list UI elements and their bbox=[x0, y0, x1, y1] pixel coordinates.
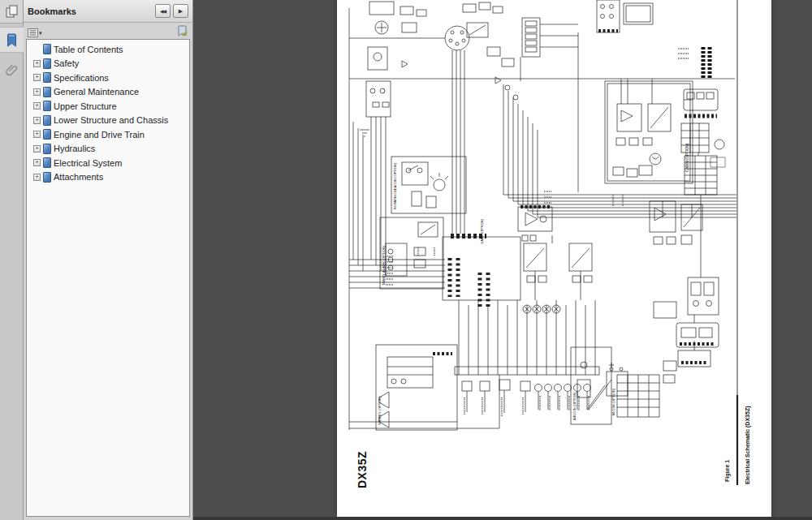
bookmark-item-electrical-system[interactable]: + Electrical System bbox=[27, 156, 189, 170]
bookmark-label: Table of Contents bbox=[54, 45, 123, 54]
expand-plus-icon[interactable]: + bbox=[33, 74, 41, 81]
figure-title: Electrical Schematic (DX35Z) bbox=[745, 406, 751, 485]
options-list-icon bbox=[28, 28, 38, 37]
bookmark-item-lower-structure[interactable]: + Lower Structure and Chassis bbox=[27, 114, 189, 128]
tab-bookmarks[interactable] bbox=[0, 27, 24, 53]
micom-pin-table bbox=[617, 361, 676, 417]
bookmark-label: Lower Structure and Chassis bbox=[54, 115, 168, 125]
bookmark-item-general-maintenance[interactable]: + General Maintenance bbox=[27, 85, 189, 100]
bookmark-label: Hydraulics bbox=[54, 144, 95, 153]
expand-plus-icon[interactable]: + bbox=[33, 117, 41, 124]
panel-forward-button[interactable]: ▶ bbox=[173, 4, 188, 18]
expand-plus-icon[interactable]: + bbox=[33, 131, 41, 138]
bookmark-item-safety[interactable]: + Safety bbox=[27, 57, 189, 71]
lamp-option-label: LAMP (OPTION) bbox=[480, 218, 484, 243]
bookmark-label: Specifications bbox=[54, 73, 109, 83]
paperclip-icon bbox=[6, 62, 19, 77]
tab-page-thumbnails[interactable] bbox=[0, 0, 23, 24]
bookmark-label: Electrical System bbox=[54, 158, 122, 168]
bookmark-page-icon bbox=[43, 115, 51, 126]
bookmark-icon bbox=[6, 33, 18, 47]
rotating-beacon-option-block bbox=[391, 157, 466, 213]
expand-plus-icon[interactable]: + bbox=[33, 102, 41, 110]
aircon-label: AIRCON (OPTION) bbox=[572, 392, 577, 420]
bookmark-item-engine-drive-train[interactable]: + Engine and Drive Train bbox=[27, 127, 189, 142]
bookmarks-list: Table of Contents + Safety + Specificati… bbox=[26, 39, 190, 517]
bookmarks-options-button[interactable]: ▾ bbox=[28, 28, 42, 37]
stereo-label: STEREO (OPTION) bbox=[378, 396, 382, 425]
bookmark-page-icon bbox=[43, 72, 51, 83]
bookmarks-panel: Bookmarks ◀◀ ▶ ▾ bbox=[24, 0, 193, 520]
micom-label: MICOM (OPTION) bbox=[611, 388, 615, 415]
right-bottom-relays bbox=[654, 277, 719, 367]
terminal-strip bbox=[455, 367, 599, 375]
bookmarks-toolbar: ▾ bbox=[24, 23, 192, 41]
navigation-pane-strip bbox=[0, 0, 24, 520]
bookmark-item-specifications[interactable]: + Specifications bbox=[27, 71, 189, 85]
pages-icon bbox=[5, 4, 19, 19]
pdf-page: DX35Z Figure 1 Electrical Schematic (DX3… bbox=[337, 0, 771, 517]
panel-title: Bookmarks bbox=[28, 6, 153, 16]
bookmark-item-attachments[interactable]: + Attachments bbox=[27, 170, 189, 185]
expand-plus-icon[interactable]: + bbox=[33, 145, 41, 153]
chevron-down-icon: ▾ bbox=[39, 30, 42, 36]
bookmark-label: Attachments bbox=[54, 172, 103, 182]
collapse-panel-button[interactable]: ◀◀ bbox=[155, 4, 171, 18]
arrow-right-icon: ▶ bbox=[179, 8, 183, 15]
sender-and-switch-row bbox=[462, 380, 591, 413]
collapse-left-icon: ◀◀ bbox=[160, 8, 166, 14]
bookmark-page-icon bbox=[43, 87, 51, 97]
bookmark-page-icon bbox=[43, 58, 51, 69]
cabin-option-block bbox=[605, 81, 693, 183]
bookmark-page-icon bbox=[43, 157, 51, 168]
expand-plus-icon[interactable]: + bbox=[33, 159, 41, 166]
expand-plus-icon[interactable]: + bbox=[33, 174, 41, 181]
bookmark-page-icon bbox=[43, 101, 51, 111]
cabin-label: CABIN (OPTION) bbox=[685, 143, 689, 172]
electrical-schematic: DX35Z Figure 1 Electrical Schematic (DX3… bbox=[337, 0, 771, 517]
canvas-bottom-edge bbox=[193, 517, 812, 520]
bookmark-label: Upper Structure bbox=[54, 101, 117, 111]
bookmark-item-hydraulics[interactable]: + Hydraulics bbox=[27, 142, 189, 157]
new-bookmark-button[interactable] bbox=[176, 25, 188, 41]
document-canvas[interactable]: DX35Z Figure 1 Electrical Schematic (DX3… bbox=[193, 0, 812, 520]
key-switch bbox=[445, 26, 469, 50]
main-harness-connectors bbox=[443, 236, 520, 308]
fuse-box bbox=[522, 18, 578, 57]
bookmark-page-icon bbox=[43, 172, 51, 183]
bookmark-page-icon bbox=[43, 44, 51, 54]
tab-attachments[interactable] bbox=[0, 58, 24, 82]
travel-alarm-label: TRAVEL ALARM (OPTION) bbox=[382, 245, 386, 286]
figure-caption: Figure 1 bbox=[724, 460, 731, 482]
expand-plus-icon[interactable]: + bbox=[33, 88, 41, 96]
bookmark-item-upper-structure[interactable]: + Upper Structure bbox=[27, 99, 189, 114]
relay-cluster-top bbox=[463, 2, 518, 100]
bookmark-page-icon bbox=[43, 129, 51, 140]
bookmark-label: General Maintenance bbox=[54, 87, 139, 97]
new-bookmark-icon bbox=[176, 25, 188, 37]
bookmark-page-icon bbox=[43, 144, 51, 154]
stereo-option-block bbox=[376, 345, 457, 430]
expand-plus-icon[interactable]: + bbox=[33, 60, 41, 67]
aircon-option-block bbox=[571, 347, 611, 424]
lamp-relays bbox=[523, 243, 592, 313]
rotating-beacon-label: ROTATING BEACON (OPTION) bbox=[393, 162, 397, 209]
pdf-viewer-window: Bookmarks ◀◀ ▶ ▾ bbox=[0, 0, 812, 520]
bookmark-label: Safety bbox=[54, 58, 79, 68]
flasher-unit bbox=[518, 207, 552, 241]
bookmark-item-toc[interactable]: Table of Contents bbox=[27, 42, 189, 57]
page-side-label: DX35Z bbox=[356, 451, 369, 488]
bookmark-label: Engine and Drive Train bbox=[54, 130, 145, 140]
connector-block-top bbox=[597, 0, 653, 32]
bookmarks-panel-header: Bookmarks ◀◀ ▶ bbox=[24, 0, 192, 23]
